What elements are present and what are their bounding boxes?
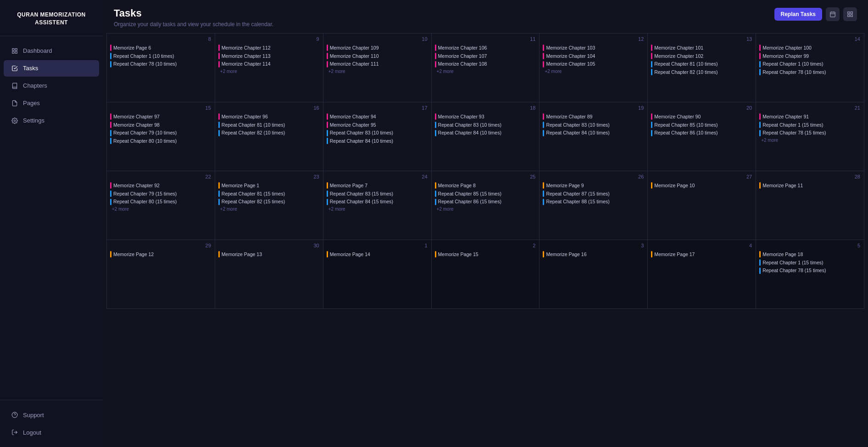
calendar-event[interactable]: Repeat Chapter 1 (10 times) [758,60,862,68]
calendar-event[interactable]: Memorize Chapter 113 [217,52,321,60]
grid-view-button[interactable] [843,7,857,21]
calendar-event[interactable]: Memorize Page 8 [434,182,538,190]
calendar-event[interactable]: Memorize Chapter 97 [109,113,213,121]
more-events[interactable]: +2 more [541,69,645,74]
calendar-event[interactable]: Memorize Chapter 96 [217,113,321,121]
calendar-event[interactable]: Memorize Page 1 [217,182,321,190]
calendar-event[interactable]: Memorize Chapter 114 [217,60,321,68]
calendar-event[interactable]: Memorize Page 16 [541,251,645,258]
calendar-event[interactable]: Memorize Chapter 89 [541,113,645,121]
event-text: Memorize Chapter 97 [113,113,160,120]
calendar-event[interactable]: Memorize Chapter 90 [650,113,754,121]
sidebar-item-pages[interactable]: Pages [4,95,99,112]
calendar-event[interactable]: Memorize Page 12 [109,251,213,258]
more-events[interactable]: +2 more [325,69,429,74]
calendar-event[interactable]: Memorize Page 14 [325,251,429,258]
sidebar-item-chapters[interactable]: Chapters [4,78,99,94]
event-text: Memorize Page 9 [546,182,584,189]
calendar-event[interactable]: Repeat Chapter 78 (15 times) [758,267,862,274]
calendar-event[interactable]: Repeat Chapter 82 (10 times) [650,68,754,76]
calendar-event[interactable]: Repeat Chapter 1 (15 times) [758,121,862,129]
calendar-event[interactable]: Repeat Chapter 85 (10 times) [650,121,754,129]
calendar-event[interactable]: Memorize Page 7 [325,182,429,190]
calendar-event[interactable]: Repeat Chapter 85 (15 times) [434,190,538,198]
sidebar-item-support[interactable]: Support [4,407,99,423]
calendar-event[interactable]: Memorize Chapter 91 [758,113,862,121]
calendar-event[interactable]: Memorize Chapter 108 [434,60,538,68]
calendar-event[interactable]: Repeat Chapter 88 (15 times) [541,198,645,206]
sidebar-item-tasks[interactable]: Tasks [4,60,99,77]
calendar-event[interactable]: Memorize Chapter 93 [434,113,538,121]
calendar-event[interactable]: Memorize Page 17 [650,251,754,258]
help-circle-icon [11,411,18,419]
calendar-event[interactable]: Memorize Chapter 99 [758,52,862,60]
calendar-event[interactable]: Memorize Chapter 98 [109,121,213,129]
calendar-event[interactable]: Repeat Chapter 81 (15 times) [217,190,321,198]
more-events[interactable]: +2 more [217,69,321,74]
calendar-event[interactable]: Memorize Chapter 106 [434,44,538,52]
calendar-event[interactable]: Repeat Chapter 86 (15 times) [434,198,538,206]
calendar-event[interactable]: Memorize Chapter 101 [650,44,754,52]
more-events[interactable]: +2 more [434,69,538,74]
more-events[interactable]: +2 more [217,207,321,212]
calendar-event[interactable]: Repeat Chapter 84 (15 times) [325,198,429,206]
calendar-event[interactable]: Repeat Chapter 83 (10 times) [541,121,645,129]
calendar-event[interactable]: Memorize Chapter 111 [325,60,429,68]
calendar-event[interactable]: Repeat Chapter 78 (10 times) [109,60,213,68]
calendar-event[interactable]: Memorize Chapter 103 [541,44,645,52]
calendar-event[interactable]: Repeat Chapter 79 (15 times) [109,190,213,198]
calendar-event[interactable]: Repeat Chapter 86 (10 times) [650,129,754,137]
calendar-event[interactable]: Repeat Chapter 87 (15 times) [541,190,645,198]
calendar-event[interactable]: Memorize Chapter 105 [541,60,645,68]
sidebar-item-dashboard[interactable]: Dashboard [4,43,99,59]
more-events[interactable]: +2 more [758,138,862,143]
calendar-event[interactable]: Memorize Chapter 94 [325,113,429,121]
more-events[interactable]: +2 more [109,207,213,212]
calendar-event[interactable]: Repeat Chapter 84 (10 times) [434,129,538,137]
calendar-event[interactable]: Repeat Chapter 84 (10 times) [541,129,645,137]
sidebar-item-settings[interactable]: Settings [4,112,99,129]
gear-icon [11,117,18,124]
calendar-event[interactable]: Repeat Chapter 81 (10 times) [650,60,754,68]
calendar-event[interactable]: Repeat Chapter 83 (10 times) [325,129,429,137]
calendar-event[interactable]: Repeat Chapter 82 (10 times) [217,129,321,137]
calendar-event[interactable]: Memorize Chapter 95 [325,121,429,129]
calendar-event[interactable]: Repeat Chapter 81 (10 times) [217,121,321,129]
calendar-event[interactable]: Repeat Chapter 82 (15 times) [217,198,321,206]
calendar-event[interactable]: Memorize Page 10 [650,182,754,190]
calendar-event[interactable]: Memorize Page 15 [434,251,538,258]
calendar-event[interactable]: Memorize Chapter 109 [325,44,429,52]
calendar-event[interactable]: Memorize Chapter 102 [650,52,754,60]
more-events[interactable]: +2 more [434,207,538,212]
calendar-event[interactable]: Memorize Chapter 100 [758,44,862,52]
calendar-event[interactable]: Memorize Chapter 92 [109,182,213,190]
calendar-event[interactable]: Memorize Chapter 104 [541,52,645,60]
calendar-event[interactable]: Repeat Chapter 83 (15 times) [325,190,429,198]
calendar-event[interactable]: Repeat Chapter 83 (10 times) [434,121,538,129]
svg-rect-14 [848,15,850,17]
calendar-event[interactable]: Repeat Chapter 1 (15 times) [758,259,862,267]
calendar-icon-button[interactable] [826,7,840,21]
calendar-event[interactable]: Repeat Chapter 84 (10 times) [325,137,429,145]
grid-icon [11,47,18,55]
calendar-event[interactable]: Repeat Chapter 79 (10 times) [109,129,213,137]
calendar-event[interactable]: Memorize Page 11 [758,182,862,190]
calendar-event[interactable]: Repeat Chapter 78 (10 times) [758,68,862,76]
calendar-day-25: 25Memorize Page 8Repeat Chapter 85 (15 t… [432,171,540,240]
calendar-event[interactable]: Repeat Chapter 80 (10 times) [109,137,213,145]
calendar-event[interactable]: Memorize Page 6 [109,44,213,52]
more-events[interactable]: +2 more [325,207,429,212]
calendar-event[interactable]: Memorize Chapter 112 [217,44,321,52]
calendar-event[interactable]: Memorize Page 9 [541,182,645,190]
calendar-event[interactable]: Repeat Chapter 80 (15 times) [109,198,213,206]
calendar-event[interactable]: Repeat Chapter 78 (15 times) [758,129,862,137]
calendar-event[interactable]: Memorize Page 13 [217,251,321,258]
replan-button[interactable]: Replan Tasks [774,8,822,21]
calendar-event[interactable]: Repeat Chapter 1 (10 times) [109,52,213,60]
svg-rect-15 [851,15,852,17]
calendar-event[interactable]: Memorize Page 18 [758,251,862,258]
sidebar-item-logout[interactable]: Logout [4,424,99,441]
calendar-event[interactable]: Memorize Chapter 107 [434,52,538,60]
calendar-event[interactable]: Memorize Chapter 110 [325,52,429,60]
event-text: Memorize Chapter 90 [654,113,701,120]
